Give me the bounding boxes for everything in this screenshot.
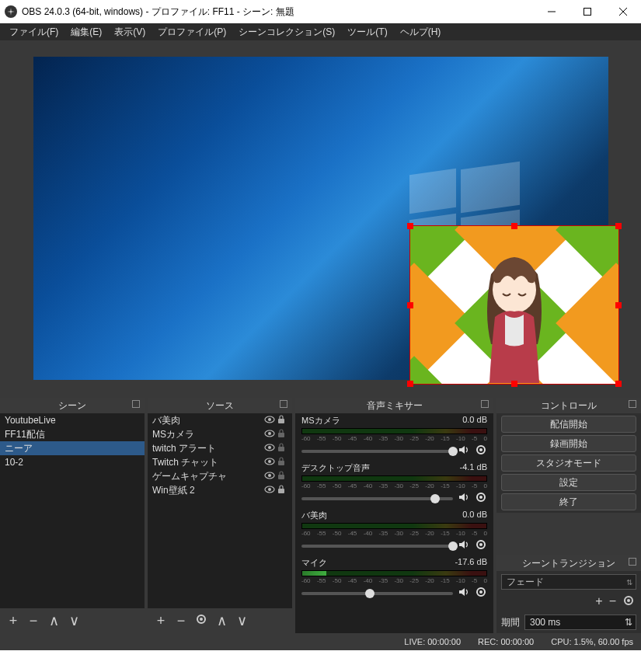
dock-icon[interactable]	[481, 400, 489, 408]
lock-icon[interactable]	[277, 415, 287, 427]
gear-icon[interactable]	[475, 444, 487, 459]
scene-item[interactable]: 10-2	[0, 455, 145, 469]
resize-handle[interactable]	[511, 223, 517, 229]
gear-icon[interactable]	[475, 491, 487, 507]
source-item[interactable]: Twitch チャット	[148, 455, 292, 469]
dock-icon[interactable]	[280, 400, 287, 408]
resize-handle[interactable]	[511, 381, 517, 387]
meter-ticks: -60-55-50-45-40-35-30-25-20-15-10-50	[301, 577, 487, 584]
window-title: OBS 24.0.3 (64-bit, windows) - プロファイル: F…	[22, 5, 294, 19]
control-button[interactable]: スタジオモード	[501, 454, 636, 472]
source-down-button[interactable]: ∨	[235, 612, 249, 629]
volume-slider[interactable]	[301, 545, 453, 548]
resize-handle[interactable]	[407, 223, 413, 229]
source-item[interactable]: Win壁紙 2	[148, 483, 292, 497]
resize-handle[interactable]	[615, 381, 622, 387]
eye-icon[interactable]	[264, 414, 275, 427]
menu-scene-collection[interactable]: シーンコレクション(S)	[232, 23, 341, 40]
dock-icon[interactable]	[132, 400, 140, 408]
transition-selected-label: フェード	[507, 576, 544, 589]
duration-input[interactable]: 300 ms ⇅	[524, 615, 636, 630]
audio-meter	[301, 523, 487, 529]
preview-canvas[interactable]	[33, 57, 608, 380]
lock-icon[interactable]	[277, 443, 287, 454]
lock-icon[interactable]	[277, 471, 287, 482]
transition-settings-button[interactable]	[622, 594, 635, 610]
eye-icon[interactable]	[264, 442, 275, 455]
eye-icon[interactable]	[264, 470, 275, 483]
menu-file[interactable]: ファイル(F)	[3, 23, 64, 40]
controls-list: 配信開始録画開始スタジオモード設定終了	[496, 413, 641, 513]
close-button[interactable]	[605, 0, 641, 23]
source-item[interactable]: twitch アラート	[148, 441, 292, 455]
control-button[interactable]: 配信開始	[501, 416, 636, 433]
speaker-icon[interactable]	[458, 538, 470, 554]
channel-db: 0.0 dB	[462, 415, 487, 427]
scene-down-button[interactable]: ∨	[67, 612, 81, 629]
add-transition-button[interactable]: +	[595, 594, 602, 610]
svg-point-34	[627, 599, 630, 602]
svg-rect-19	[278, 475, 284, 479]
character-image	[468, 243, 561, 383]
source-item[interactable]: MSカメラ	[148, 427, 292, 441]
menu-help[interactable]: ヘルプ(H)	[394, 23, 448, 40]
scenes-list[interactable]: YoutubeLiveFF11配信ニーア10-2	[0, 413, 145, 608]
sources-list[interactable]: バ美肉MSカメラtwitch アラートTwitch チャットゲームキャプチャWi…	[148, 413, 292, 608]
eye-icon[interactable]	[264, 484, 275, 497]
eye-icon[interactable]	[264, 428, 275, 441]
volume-slider[interactable]	[301, 450, 453, 453]
sources-panel: ソース バ美肉MSカメラtwitch アラートTwitch チャットゲームキャプ…	[148, 398, 292, 633]
remove-source-button[interactable]: −	[174, 613, 188, 629]
remove-scene-button[interactable]: −	[26, 613, 40, 629]
resize-handle[interactable]	[615, 223, 622, 229]
menu-view[interactable]: 表示(V)	[108, 23, 152, 40]
dock-icon[interactable]	[629, 400, 636, 408]
scene-item[interactable]: YoutubeLive	[0, 413, 145, 427]
speaker-icon[interactable]	[458, 491, 470, 507]
scenes-footer: + − ∧ ∨	[0, 608, 145, 633]
add-scene-button[interactable]: +	[6, 613, 20, 629]
transition-select[interactable]: フェード ⇅	[501, 574, 636, 590]
gear-icon[interactable]	[475, 586, 487, 601]
source-item[interactable]: ゲームキャプチャ	[148, 469, 292, 483]
selected-source-overlay[interactable]	[409, 225, 619, 385]
speaker-icon[interactable]	[458, 586, 470, 601]
control-button[interactable]: 終了	[501, 493, 636, 510]
lock-icon[interactable]	[277, 485, 287, 496]
source-settings-button[interactable]	[194, 613, 208, 629]
volume-slider[interactable]	[301, 497, 453, 500]
scene-up-button[interactable]: ∧	[47, 612, 61, 629]
add-source-button[interactable]: +	[154, 613, 168, 629]
statusbar: LIVE: 00:00:00 REC: 00:00:00 CPU: 1.5%, …	[0, 633, 641, 650]
menu-tools[interactable]: ツール(T)	[341, 23, 393, 40]
scene-item[interactable]: FF11配信	[0, 427, 145, 441]
source-up-button[interactable]: ∧	[214, 612, 228, 629]
control-button[interactable]: 設定	[501, 474, 636, 491]
scenes-panel: シーン YoutubeLiveFF11配信ニーア10-2 + − ∧ ∨	[0, 398, 145, 633]
resize-handle[interactable]	[407, 302, 413, 308]
menu-profile[interactable]: プロファイル(P)	[152, 23, 232, 40]
svg-point-26	[479, 448, 482, 451]
gear-icon[interactable]	[475, 538, 487, 554]
scene-item[interactable]: ニーア	[0, 441, 145, 455]
lock-icon[interactable]	[277, 457, 287, 468]
resize-handle[interactable]	[407, 381, 413, 387]
maximize-button[interactable]	[570, 0, 605, 23]
control-button[interactable]: 録画開始	[501, 435, 636, 452]
resize-handle[interactable]	[615, 302, 622, 308]
volume-slider[interactable]	[301, 592, 453, 595]
sources-header: ソース	[148, 398, 292, 413]
svg-point-32	[479, 590, 482, 594]
source-item[interactable]: バ美肉	[148, 413, 292, 427]
minimize-button[interactable]	[534, 0, 570, 23]
remove-transition-button[interactable]: −	[609, 594, 616, 610]
menu-edit[interactable]: 編集(E)	[64, 23, 108, 40]
meter-ticks: -60-55-50-45-40-35-30-25-20-15-10-50	[301, 435, 487, 442]
svg-rect-22	[278, 489, 284, 493]
speaker-icon[interactable]	[458, 444, 470, 459]
lock-icon[interactable]	[277, 429, 287, 440]
dock-icon[interactable]	[629, 558, 636, 566]
preview-area[interactable]	[0, 40, 641, 396]
mixer-channel: バ美肉0.0 dB-60-55-50-45-40-35-30-25-20-15-…	[301, 510, 487, 554]
eye-icon[interactable]	[264, 456, 275, 469]
